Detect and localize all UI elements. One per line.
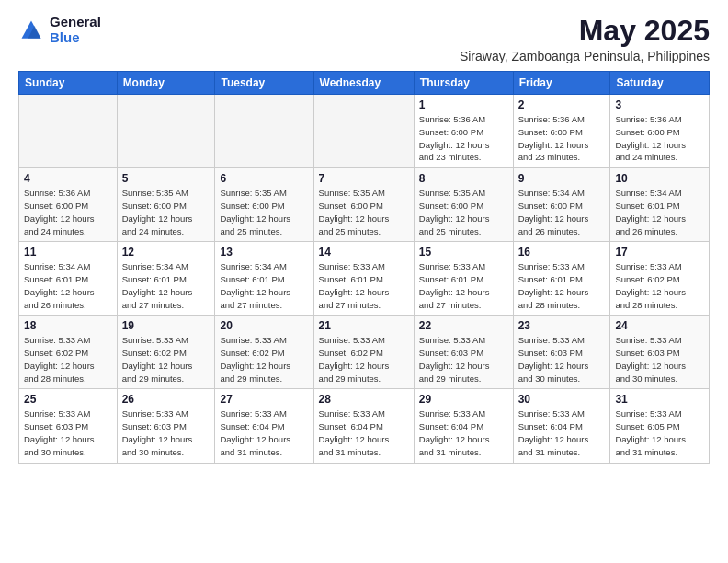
calendar-cell: 8Sunrise: 5:35 AM Sunset: 6:00 PM Daylig… (414, 168, 513, 242)
logo-icon (18, 17, 44, 43)
day-number: 4 (24, 172, 112, 185)
day-info: Sunrise: 5:36 AM Sunset: 6:00 PM Dayligh… (615, 113, 704, 164)
day-number: 24 (615, 319, 704, 332)
day-info: Sunrise: 5:34 AM Sunset: 6:01 PM Dayligh… (615, 187, 704, 237)
day-info: Sunrise: 5:33 AM Sunset: 6:03 PM Dayligh… (122, 408, 210, 458)
day-info: Sunrise: 5:33 AM Sunset: 6:02 PM Dayligh… (220, 334, 308, 385)
calendar-cell: 14Sunrise: 5:33 AM Sunset: 6:01 PM Dayli… (313, 242, 414, 316)
day-info: Sunrise: 5:33 AM Sunset: 6:01 PM Dayligh… (419, 260, 508, 311)
calendar-cell: 1Sunrise: 5:36 AM Sunset: 6:00 PM Daylig… (414, 95, 513, 168)
day-info: Sunrise: 5:36 AM Sunset: 6:00 PM Dayligh… (24, 187, 112, 237)
calendar-week-4: 18Sunrise: 5:33 AM Sunset: 6:02 PM Dayli… (19, 316, 710, 389)
calendar-cell: 22Sunrise: 5:33 AM Sunset: 6:03 PM Dayli… (414, 316, 513, 389)
day-info: Sunrise: 5:33 AM Sunset: 6:04 PM Dayligh… (419, 408, 508, 458)
day-info: Sunrise: 5:34 AM Sunset: 6:01 PM Dayligh… (220, 260, 308, 311)
calendar-cell: 27Sunrise: 5:33 AM Sunset: 6:04 PM Dayli… (215, 389, 313, 463)
logo-general-label: General (50, 15, 101, 30)
calendar-cell: 18Sunrise: 5:33 AM Sunset: 6:02 PM Dayli… (19, 316, 118, 389)
logo-text: General Blue (50, 15, 101, 45)
day-info: Sunrise: 5:36 AM Sunset: 6:00 PM Dayligh… (419, 113, 508, 164)
day-number: 2 (518, 98, 606, 111)
calendar-cell: 15Sunrise: 5:33 AM Sunset: 6:01 PM Dayli… (414, 242, 513, 316)
day-number: 8 (419, 172, 508, 185)
day-info: Sunrise: 5:33 AM Sunset: 6:02 PM Dayligh… (24, 334, 112, 385)
calendar-cell: 21Sunrise: 5:33 AM Sunset: 6:02 PM Dayli… (313, 316, 414, 389)
calendar-cell: 31Sunrise: 5:33 AM Sunset: 6:05 PM Dayli… (610, 389, 710, 463)
calendar-week-5: 25Sunrise: 5:33 AM Sunset: 6:03 PM Dayli… (19, 389, 710, 463)
day-info: Sunrise: 5:33 AM Sunset: 6:05 PM Dayligh… (615, 408, 704, 458)
day-number: 14 (319, 246, 409, 259)
calendar-cell: 9Sunrise: 5:34 AM Sunset: 6:00 PM Daylig… (513, 168, 610, 242)
day-info: Sunrise: 5:33 AM Sunset: 6:01 PM Dayligh… (319, 260, 409, 311)
day-info: Sunrise: 5:35 AM Sunset: 6:00 PM Dayligh… (319, 187, 409, 237)
day-info: Sunrise: 5:35 AM Sunset: 6:00 PM Dayligh… (122, 187, 210, 237)
day-number: 7 (319, 172, 409, 185)
logo-blue-label: Blue (50, 30, 101, 46)
calendar-cell (117, 95, 215, 168)
col-thursday: Thursday (414, 72, 513, 95)
day-number: 22 (419, 319, 508, 332)
calendar-cell (313, 95, 414, 168)
day-number: 12 (122, 246, 210, 259)
day-number: 21 (319, 319, 409, 332)
calendar-cell: 28Sunrise: 5:33 AM Sunset: 6:04 PM Dayli… (313, 389, 414, 463)
calendar-cell: 7Sunrise: 5:35 AM Sunset: 6:00 PM Daylig… (313, 168, 414, 242)
day-info: Sunrise: 5:35 AM Sunset: 6:00 PM Dayligh… (419, 187, 508, 237)
calendar-cell: 23Sunrise: 5:33 AM Sunset: 6:03 PM Dayli… (513, 316, 610, 389)
day-info: Sunrise: 5:34 AM Sunset: 6:01 PM Dayligh… (24, 260, 112, 311)
day-number: 23 (518, 319, 606, 332)
calendar-cell: 30Sunrise: 5:33 AM Sunset: 6:04 PM Dayli… (513, 389, 610, 463)
day-info: Sunrise: 5:33 AM Sunset: 6:03 PM Dayligh… (615, 334, 704, 385)
day-info: Sunrise: 5:36 AM Sunset: 6:00 PM Dayligh… (518, 113, 606, 164)
col-tuesday: Tuesday (215, 72, 313, 95)
calendar: Sunday Monday Tuesday Wednesday Thursday… (18, 71, 710, 463)
day-number: 3 (615, 98, 704, 111)
calendar-week-1: 1Sunrise: 5:36 AM Sunset: 6:00 PM Daylig… (19, 95, 710, 168)
calendar-cell: 29Sunrise: 5:33 AM Sunset: 6:04 PM Dayli… (414, 389, 513, 463)
calendar-cell: 20Sunrise: 5:33 AM Sunset: 6:02 PM Dayli… (215, 316, 313, 389)
col-wednesday: Wednesday (313, 72, 414, 95)
day-number: 5 (122, 172, 210, 185)
calendar-cell: 3Sunrise: 5:36 AM Sunset: 6:00 PM Daylig… (610, 95, 710, 168)
day-number: 31 (615, 393, 704, 406)
day-info: Sunrise: 5:33 AM Sunset: 6:04 PM Dayligh… (518, 408, 606, 458)
day-number: 26 (122, 393, 210, 406)
main-title: May 2025 (460, 15, 710, 47)
day-number: 1 (419, 98, 508, 111)
calendar-week-3: 11Sunrise: 5:34 AM Sunset: 6:01 PM Dayli… (19, 242, 710, 316)
day-number: 13 (220, 246, 308, 259)
day-number: 19 (122, 319, 210, 332)
day-number: 9 (518, 172, 606, 185)
day-number: 17 (615, 246, 704, 259)
day-number: 15 (419, 246, 508, 259)
day-number: 20 (220, 319, 308, 332)
day-info: Sunrise: 5:34 AM Sunset: 6:00 PM Dayligh… (518, 187, 606, 237)
calendar-cell: 5Sunrise: 5:35 AM Sunset: 6:00 PM Daylig… (117, 168, 215, 242)
calendar-cell: 11Sunrise: 5:34 AM Sunset: 6:01 PM Dayli… (19, 242, 118, 316)
day-number: 30 (518, 393, 606, 406)
day-info: Sunrise: 5:33 AM Sunset: 6:02 PM Dayligh… (319, 334, 409, 385)
calendar-cell: 17Sunrise: 5:33 AM Sunset: 6:02 PM Dayli… (610, 242, 710, 316)
col-saturday: Saturday (610, 72, 710, 95)
calendar-week-2: 4Sunrise: 5:36 AM Sunset: 6:00 PM Daylig… (19, 168, 710, 242)
day-number: 16 (518, 246, 606, 259)
col-monday: Monday (117, 72, 215, 95)
day-info: Sunrise: 5:34 AM Sunset: 6:01 PM Dayligh… (122, 260, 210, 311)
day-info: Sunrise: 5:33 AM Sunset: 6:03 PM Dayligh… (518, 334, 606, 385)
calendar-cell: 4Sunrise: 5:36 AM Sunset: 6:00 PM Daylig… (19, 168, 118, 242)
calendar-cell: 19Sunrise: 5:33 AM Sunset: 6:02 PM Dayli… (117, 316, 215, 389)
day-number: 18 (24, 319, 112, 332)
calendar-cell: 2Sunrise: 5:36 AM Sunset: 6:00 PM Daylig… (513, 95, 610, 168)
col-friday: Friday (513, 72, 610, 95)
header: General Blue May 2025 Siraway, Zamboanga… (18, 15, 710, 63)
calendar-cell: 13Sunrise: 5:34 AM Sunset: 6:01 PM Dayli… (215, 242, 313, 316)
day-number: 11 (24, 246, 112, 259)
subtitle: Siraway, Zamboanga Peninsula, Philippine… (460, 49, 710, 63)
calendar-cell: 26Sunrise: 5:33 AM Sunset: 6:03 PM Dayli… (117, 389, 215, 463)
day-info: Sunrise: 5:33 AM Sunset: 6:04 PM Dayligh… (220, 408, 308, 458)
calendar-header-row: Sunday Monday Tuesday Wednesday Thursday… (19, 72, 710, 95)
day-info: Sunrise: 5:35 AM Sunset: 6:00 PM Dayligh… (220, 187, 308, 237)
day-info: Sunrise: 5:33 AM Sunset: 6:03 PM Dayligh… (24, 408, 112, 458)
calendar-cell (19, 95, 118, 168)
title-block: May 2025 Siraway, Zamboanga Peninsula, P… (460, 15, 710, 63)
